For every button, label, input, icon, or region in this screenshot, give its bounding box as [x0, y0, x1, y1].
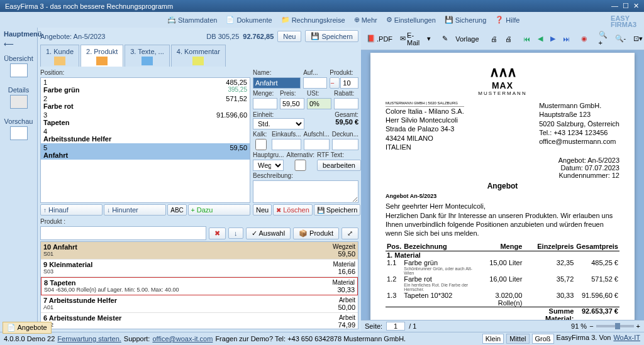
menu-rechnungskreise[interactable]: 📁Rechnungskreise	[277, 14, 349, 25]
product-search[interactable]	[40, 226, 206, 240]
help-icon: ❓	[495, 16, 504, 24]
position-row[interactable]: 5Anfahrt59,50	[41, 143, 250, 160]
aufschlag-input[interactable]	[304, 139, 330, 150]
product-row[interactable]: 8 TapetenS04 -636,00 Rolle(n) auf Lager.…	[41, 277, 358, 295]
menu-stammdaten[interactable]: 📇Stammdaten	[164, 14, 221, 25]
kalk-check[interactable]	[253, 139, 269, 150]
doc-label: Angebote: An-5/2023	[40, 33, 203, 40]
sidebar-details[interactable]: Details	[0, 82, 37, 114]
form-save-button[interactable]: 💾Speichern	[314, 204, 361, 216]
sort-button[interactable]: ↓	[228, 227, 243, 239]
position-row[interactable]: 4Arbeitsstunde Helfer	[41, 127, 250, 143]
product-row[interactable]: 9 KleinmaterialS03Material16,66	[41, 260, 358, 277]
ek-input[interactable]	[272, 139, 301, 150]
save-button[interactable]: 💾 Speichern	[305, 30, 358, 42]
support-email-link[interactable]: office@woax-it.com	[152, 335, 213, 342]
clear-search-button[interactable]: ✖	[209, 227, 226, 239]
angebote-tab[interactable]: 📄 Angebote	[3, 322, 52, 334]
vorlage-button[interactable]: Vorlage	[452, 33, 482, 45]
pdf-button[interactable]: 📕.PDF	[364, 33, 396, 45]
quickprint-icon[interactable]: 🖨	[502, 33, 515, 45]
gesamt-value: 59,50 €	[307, 118, 358, 126]
auswahl-button[interactable]: ✓Auswahl	[246, 227, 291, 239]
down-button[interactable]: ↓Hinunter	[104, 204, 166, 216]
first-page-icon[interactable]: ⏮	[520, 33, 533, 45]
rabatt-input[interactable]	[334, 98, 358, 109]
tab-kommentar[interactable]: 4. Kommentar	[171, 45, 226, 67]
einheit-select[interactable]: Std.	[253, 118, 304, 129]
position-row[interactable]: 2Farbe rot571,52	[41, 94, 250, 111]
position-list[interactable]: 1Farbe grün485,25395,252Farbe rot571,523…	[40, 77, 250, 203]
position-row[interactable]: 3Tapeten91.596,60	[41, 111, 250, 127]
preis-input[interactable]	[280, 98, 304, 109]
menu-sicherung[interactable]: 💾Sicherung	[441, 14, 491, 25]
tab-texte[interactable]: 3. Texte, ...	[125, 45, 170, 67]
new-button[interactable]: Neu	[277, 31, 301, 42]
positions-table: Pos.Bezeichnung MengeEinzelpreisGesamtpr…	[386, 242, 619, 320]
add-button[interactable]: +Dazu	[188, 204, 250, 216]
size-medium[interactable]: Mittel	[506, 334, 529, 344]
menu-hilfe[interactable]: ❓Hilfe	[491, 14, 523, 25]
tab-produkt[interactable]: 2. Produkt	[80, 45, 123, 67]
credit-link[interactable]: WoAx-IT	[613, 334, 640, 344]
deckung-input[interactable]	[332, 139, 358, 150]
maximize-icon[interactable]: ☐	[623, 2, 629, 9]
zoom-minus-icon[interactable]: −	[589, 322, 593, 330]
menge-input[interactable]	[253, 98, 277, 109]
next-page-icon[interactable]: ▶	[547, 33, 558, 45]
print-icon[interactable]: 🖨	[487, 33, 501, 45]
expand-button[interactable]: ⤢	[341, 227, 358, 239]
alt-check[interactable]	[286, 160, 314, 171]
bearbeiten-button[interactable]: bearbeiten	[317, 160, 361, 171]
edit-icon[interactable]: ✎	[439, 33, 451, 45]
tab-kunde[interactable]: 1. Kunde	[40, 45, 79, 67]
up-button[interactable]: ↑Hinauf	[40, 204, 103, 216]
zoom-out-icon[interactable]: 🔍-	[612, 33, 630, 45]
gear-icon: ⚙	[386, 16, 392, 24]
preview-footer: Seite: 1 / 1 91 % − +	[361, 320, 644, 332]
email-button[interactable]: ✉E-Mail	[397, 30, 423, 48]
product-row[interactable]: 6 Arbeitsstunde MeisterA02Arbeit74,99	[41, 313, 358, 329]
page-input[interactable]: 1	[386, 322, 405, 331]
minimize-icon[interactable]: —	[611, 2, 618, 9]
product-list[interactable]: 10 AnfahrtS01Wegzeit59,509 Kleinmaterial…	[40, 241, 358, 329]
product-label: Produkt :	[40, 218, 358, 225]
sidebar-preview[interactable]: Vorschau	[0, 114, 37, 145]
hauptgruppe-select[interactable]: Wegzeit	[253, 160, 284, 171]
sidebar: Hauptmenü ⟵ Übersicht Details Vorschau	[0, 28, 38, 332]
menu-mehr[interactable]: ⊕Mehr	[350, 14, 381, 25]
abc-button[interactable]: ABC	[167, 204, 187, 216]
ust-input[interactable]	[307, 98, 331, 109]
sidebar-overview[interactable]: Übersicht	[0, 51, 37, 82]
size-small[interactable]: Klein	[482, 334, 504, 344]
folder-icon: 📁	[281, 16, 290, 24]
prev-page-icon[interactable]: ◀	[535, 33, 546, 45]
last-page-icon[interactable]: ⏭	[560, 33, 573, 45]
position-row[interactable]: 1Farbe grün485,25395,25	[41, 78, 250, 94]
produkt-button[interactable]: 📦Produkt	[293, 227, 339, 239]
dropdown1-icon[interactable]: ▾	[424, 33, 434, 45]
compass-icon[interactable]: ◉	[578, 33, 591, 45]
fernwartung-link[interactable]: Fernwartung starten.	[57, 335, 121, 342]
auf-input[interactable]	[303, 77, 327, 89]
name-input[interactable]	[253, 77, 301, 89]
menu-einstellungen[interactable]: ⚙Einstellungen	[382, 14, 440, 25]
zoom-fit-icon[interactable]: ⊡▾	[630, 33, 644, 45]
zoom-plus-icon[interactable]: +	[636, 322, 640, 330]
position-form: Name: Auf... Produkt: − Menge: Preis: US…	[253, 69, 358, 216]
form-delete-button[interactable]: ✖Löschen	[273, 204, 313, 216]
zoom-slider[interactable]	[596, 325, 634, 327]
back-arrow-icon[interactable]: ⟵	[0, 40, 37, 51]
product-row[interactable]: 7 Arbeitsstunde HelferA01Arbeit50,00	[41, 295, 358, 313]
product-row[interactable]: 10 AnfahrtS01Wegzeit59,50	[41, 242, 358, 260]
beschreibung-input[interactable]	[253, 180, 358, 203]
close-icon[interactable]: ✕	[633, 2, 639, 9]
zoom-in-icon[interactable]: 🔍+	[596, 29, 611, 48]
form-new-button[interactable]: Neu	[253, 204, 272, 216]
product-id-input[interactable]	[340, 77, 358, 89]
menu-dokumente[interactable]: 📄Dokumente	[222, 14, 275, 25]
statusbar: 4.0.8.0 Demo 22 Fernwartung starten. Sup…	[0, 332, 644, 345]
remove-product-button[interactable]: −	[330, 77, 340, 89]
zoom-value: 91 %	[571, 322, 587, 330]
size-large[interactable]: Groß	[532, 334, 554, 344]
